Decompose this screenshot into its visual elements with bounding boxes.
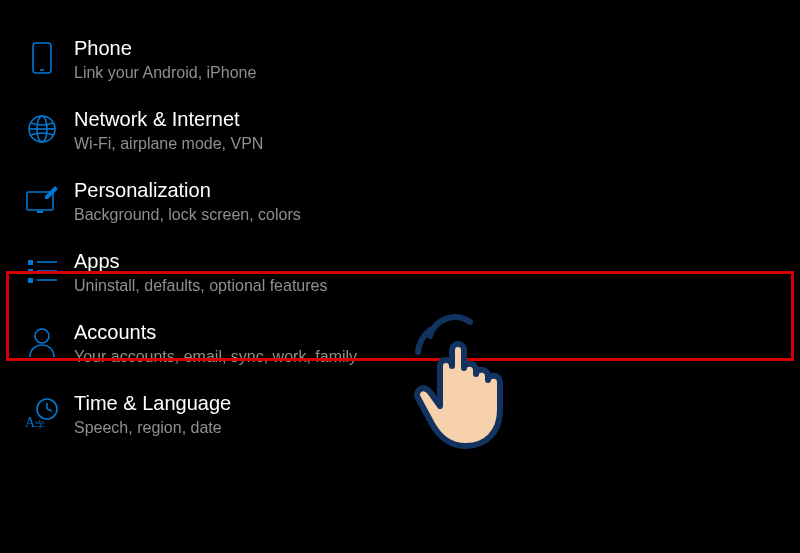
settings-item-title: Accounts (74, 320, 357, 345)
settings-item-apps[interactable]: Apps Uninstall, defaults, optional featu… (0, 238, 800, 309)
settings-item-desc: Your accounts, email, sync, work, family (74, 347, 357, 367)
svg-rect-8 (28, 269, 33, 274)
settings-item-desc: Uninstall, defaults, optional features (74, 276, 327, 296)
settings-item-accounts[interactable]: Accounts Your accounts, email, sync, wor… (0, 309, 800, 380)
apps-list-icon (24, 251, 60, 291)
settings-item-title: Phone (74, 36, 256, 61)
time-language-icon: A 字 (24, 393, 60, 433)
settings-item-title: Network & Internet (74, 107, 263, 132)
svg-rect-7 (28, 260, 33, 265)
settings-item-desc: Wi-Fi, airplane mode, VPN (74, 134, 263, 154)
settings-item-personalization[interactable]: Personalization Background, lock screen,… (0, 167, 800, 238)
phone-icon (24, 38, 60, 78)
svg-point-13 (35, 329, 49, 343)
settings-item-time-language[interactable]: A 字 Time & Language Speech, region, date (0, 380, 800, 451)
settings-item-title: Apps (74, 249, 327, 274)
settings-item-network[interactable]: Network & Internet Wi-Fi, airplane mode,… (0, 96, 800, 167)
svg-line-16 (47, 409, 52, 411)
accounts-icon (24, 322, 60, 362)
settings-item-desc: Link your Android, iPhone (74, 63, 256, 83)
svg-text:字: 字 (35, 420, 45, 429)
settings-item-title: Personalization (74, 178, 301, 203)
settings-item-phone[interactable]: Phone Link your Android, iPhone (0, 25, 800, 96)
globe-icon (24, 109, 60, 149)
personalization-icon (24, 180, 60, 220)
settings-item-desc: Background, lock screen, colors (74, 205, 301, 225)
settings-item-desc: Speech, region, date (74, 418, 231, 438)
settings-item-title: Time & Language (74, 391, 231, 416)
settings-category-list: Phone Link your Android, iPhone Network … (0, 25, 800, 451)
svg-rect-0 (33, 43, 51, 73)
svg-rect-9 (28, 278, 33, 283)
